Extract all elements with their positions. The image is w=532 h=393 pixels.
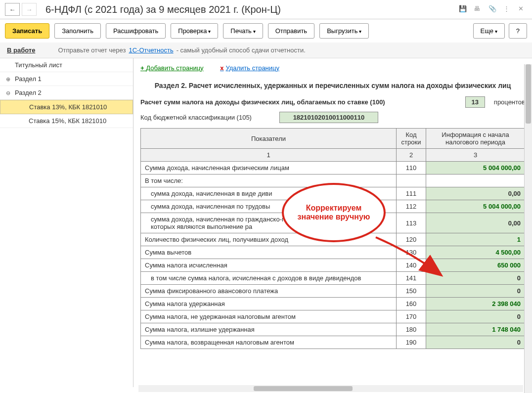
- rate-label: Расчет сумм налога на доходы физических …: [140, 98, 385, 106]
- row-label: Сумма налога, возвращенная налоговым аге…: [141, 336, 397, 349]
- collapse-icon[interactable]: ⊖: [6, 90, 12, 96]
- tree-section1[interactable]: ⊕Раздел 1: [0, 72, 133, 86]
- table-row: Сумма налога удержанная1602 398 040: [141, 298, 525, 310]
- sidebar-tree: Титульный лист ⊕Раздел 1 ⊖Раздел 2 Ставк…: [0, 58, 133, 387]
- row-code: 141: [397, 272, 426, 285]
- row-value[interactable]: 0,00: [426, 213, 525, 233]
- print-icon[interactable]: 🖶: [474, 5, 483, 14]
- row-code: 112: [397, 200, 426, 213]
- callout-text: Корректируем значение вручную: [282, 183, 386, 242]
- more-button[interactable]: Еще: [473, 23, 505, 39]
- row-label: в том числе сумма налога, исчисленная с …: [141, 272, 397, 285]
- callout-annotation: Корректируем значение вручную: [282, 183, 391, 252]
- row-label: Сумма налога, не удержанная налоговым аг…: [141, 310, 397, 323]
- section-title: Раздел 2. Расчет исчисленных, удержанных…: [140, 82, 525, 89]
- info-text1: Отправьте отчет через: [58, 46, 126, 54]
- info-text2: - самый удобный способ сдачи отчетности.: [177, 46, 306, 54]
- row-label: Сумма дохода, начисленная физическим лиц…: [141, 162, 397, 175]
- kbk-label: Код бюджетной классификации (105): [140, 114, 252, 121]
- row-value[interactable]: 5 004 000,00: [426, 162, 525, 175]
- delete-page-link[interactable]: хУдалить страницу: [220, 64, 279, 72]
- row-value[interactable]: 5 004 000,00: [426, 200, 525, 213]
- table-row: Сумма налога, возвращенная налоговым аге…: [141, 336, 525, 349]
- row-value[interactable]: 0,00: [426, 187, 525, 200]
- fill-button[interactable]: Заполнить: [54, 23, 101, 39]
- row-value[interactable]: 0: [426, 310, 525, 323]
- rate-value-field[interactable]: 13: [465, 96, 485, 108]
- row-value[interactable]: 0: [426, 336, 525, 349]
- print-button[interactable]: Печать: [223, 23, 263, 39]
- tree-title-page[interactable]: Титульный лист: [0, 58, 133, 72]
- row-code: 150: [397, 285, 426, 298]
- table-row: Сумма налога, не удержанная налоговым аг…: [141, 310, 525, 323]
- upload-button[interactable]: Выгрузить: [319, 23, 369, 39]
- row-value[interactable]: 2 398 040: [426, 298, 525, 310]
- row-value[interactable]: 650 000: [426, 259, 525, 272]
- attach-icon[interactable]: 📎: [488, 5, 497, 14]
- nav-forward-button: →: [22, 3, 37, 16]
- table-row: Сумма налога, излишне удержанная1801 748…: [141, 323, 525, 336]
- reporting-link[interactable]: 1С-Отчетность: [129, 46, 173, 54]
- write-button[interactable]: Записать: [5, 23, 49, 39]
- horizontal-scrollbar[interactable]: [138, 385, 523, 392]
- row-value[interactable]: 1: [426, 233, 525, 246]
- decode-button[interactable]: Расшифровать: [106, 23, 166, 39]
- tree-rate13[interactable]: Ставка 13%, КБК 1821010: [0, 100, 133, 114]
- table-row: Сумма налога исчисленная140650 000: [141, 259, 525, 272]
- row-code: 110: [397, 162, 426, 175]
- row-value[interactable]: 0: [426, 285, 525, 298]
- window-title: 6-НДФЛ (с 2021 года) за 9 месяцев 2021 г…: [45, 4, 459, 15]
- help-button[interactable]: ?: [509, 23, 527, 39]
- expand-icon[interactable]: ⊕: [6, 76, 12, 82]
- row-code: 160: [397, 298, 426, 310]
- vertical-scrollbar[interactable]: [524, 64, 532, 393]
- row-code: 190: [397, 336, 426, 349]
- row-code: 120: [397, 233, 426, 246]
- table-row: Сумма дохода, начисленная физическим лиц…: [141, 162, 525, 175]
- nav-back-button[interactable]: ←: [5, 3, 20, 16]
- grid-header-info: Информация с начала налогового периода: [426, 129, 525, 149]
- rate-unit: процентов: [494, 98, 525, 106]
- info-bar: В работе Отправьте отчет через 1С-Отчетн…: [0, 43, 532, 58]
- tree-section2[interactable]: ⊖Раздел 2: [0, 86, 133, 100]
- row-code: [397, 175, 426, 187]
- send-button[interactable]: Отправить: [268, 23, 314, 39]
- status-link[interactable]: В работе: [7, 46, 35, 54]
- grid-sub-2: 2: [397, 149, 426, 162]
- save-icon[interactable]: 💾: [459, 5, 468, 14]
- window-header: ← → 6-НДФЛ (с 2021 года) за 9 месяцев 20…: [0, 0, 532, 19]
- row-label: Сумма фиксированного авансового платежа: [141, 285, 397, 298]
- grid-sub-3: 3: [426, 149, 525, 162]
- grid-sub-1: 1: [141, 149, 397, 162]
- table-row: в том числе сумма налога, исчисленная с …: [141, 272, 525, 285]
- table-row: Сумма фиксированного авансового платежа1…: [141, 285, 525, 298]
- row-label: Сумма налога исчисленная: [141, 259, 397, 272]
- check-button[interactable]: Проверка: [171, 23, 218, 39]
- row-code: 170: [397, 310, 426, 323]
- kebab-icon[interactable]: ⋮: [503, 5, 512, 14]
- row-code: 130: [397, 246, 426, 259]
- row-code: 111: [397, 187, 426, 200]
- tree-rate15[interactable]: Ставка 15%, КБК 1821010: [0, 114, 133, 128]
- toolbar: Записать Заполнить Расшифровать Проверка…: [0, 19, 532, 43]
- row-code: 140: [397, 259, 426, 272]
- row-label: Сумма налога удержанная: [141, 298, 397, 310]
- delete-x-icon: х: [220, 64, 223, 72]
- grid-header-code: Код строки: [397, 129, 426, 149]
- row-value[interactable]: 1 748 040: [426, 323, 525, 336]
- row-value[interactable]: 0: [426, 272, 525, 285]
- row-code: 113: [397, 213, 426, 233]
- row-value: [426, 175, 525, 187]
- close-icon[interactable]: ✕: [518, 5, 527, 14]
- row-code: 180: [397, 323, 426, 336]
- row-label: Сумма налога, излишне удержанная: [141, 323, 397, 336]
- kbk-value-field[interactable]: 18210102010011000110: [279, 112, 378, 123]
- add-page-link[interactable]: Добавить страницу: [140, 64, 204, 72]
- row-value[interactable]: 4 500,00: [426, 246, 525, 259]
- grid-header-indicators: Показатели: [141, 129, 397, 149]
